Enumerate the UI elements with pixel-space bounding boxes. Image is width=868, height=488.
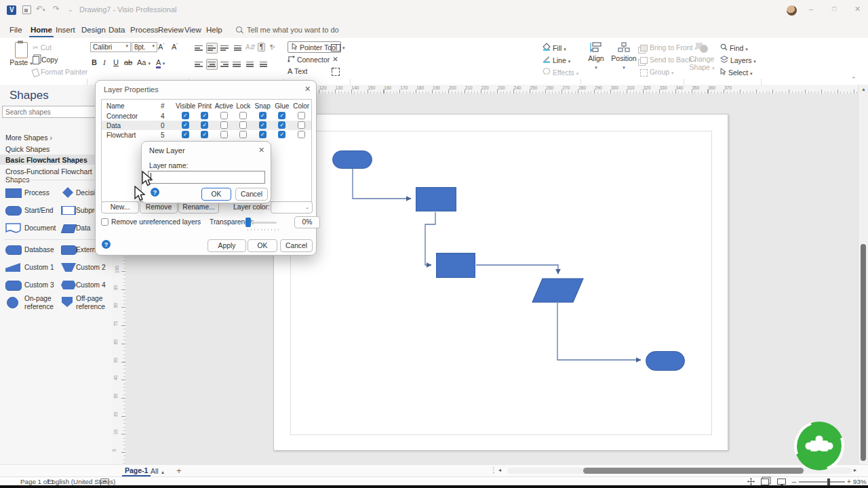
scroll-up-icon[interactable]: ▲ <box>861 87 866 92</box>
presentation-mode-icon[interactable] <box>777 479 786 485</box>
maximize-button[interactable]: □ <box>832 5 836 12</box>
checkbox-color[interactable] <box>298 131 305 138</box>
help-icon[interactable]: ? <box>102 240 111 249</box>
grow-font-button[interactable]: Aˆ <box>158 43 164 51</box>
align-center-icon[interactable] <box>206 59 218 70</box>
align-top-icon[interactable] <box>194 43 204 53</box>
avatar[interactable] <box>787 5 797 16</box>
stencil-shape-onpage[interactable] <box>7 297 18 308</box>
redo-icon[interactable]: ↷ <box>53 4 60 14</box>
zoom-out-button[interactable]: – <box>792 477 796 485</box>
bullets-icon[interactable] <box>233 43 243 53</box>
copy-button[interactable]: Copy <box>33 56 58 64</box>
tab-process[interactable]: Process <box>129 24 160 36</box>
apply-button[interactable]: Apply <box>208 239 246 252</box>
layers-button[interactable]: Layers ▾ <box>720 56 756 64</box>
all-pages-dropdown[interactable]: All ▲ <box>151 467 165 475</box>
checkbox-print[interactable] <box>201 112 208 119</box>
new-layer-cancel-button[interactable]: Cancel <box>235 188 268 201</box>
minimize-button[interactable]: – <box>809 5 813 13</box>
tell-me-search[interactable]: Tell me what you want to do <box>247 26 339 34</box>
text-block-icon[interactable]: ↱ <box>332 67 340 76</box>
stencil-label[interactable]: Database <box>24 246 54 254</box>
change-case-button[interactable]: Aa ▾ <box>137 58 151 66</box>
flowchart-process-shape-2[interactable] <box>436 253 475 278</box>
stencil-label[interactable]: Data <box>76 224 91 232</box>
more-shapes-link[interactable]: More Shapes › <box>5 134 52 142</box>
scroll-left-icon[interactable]: ◂ <box>498 467 501 473</box>
new-page-button[interactable]: + <box>176 466 182 476</box>
zoom-slider-thumb[interactable] <box>827 479 830 485</box>
checkbox-print[interactable] <box>201 131 208 138</box>
stencil-shape-custom2[interactable] <box>61 263 76 272</box>
decrease-indent-icon[interactable] <box>245 60 256 69</box>
collapse-ribbon-icon[interactable]: ⌃ <box>851 76 856 83</box>
connector-tool-button[interactable]: Connector <box>288 55 330 64</box>
checkbox-snap[interactable] <box>259 112 267 119</box>
new-layer-ok-button[interactable]: OK <box>201 188 231 201</box>
stencil-label[interactable]: Document <box>24 224 56 232</box>
vertical-scroll-thumb[interactable] <box>861 244 866 461</box>
find-button[interactable]: Find ▾ <box>720 43 748 52</box>
layer-color-select[interactable]: ⌄ <box>271 201 313 214</box>
layer-row-flowchart[interactable]: Flowchart5 <box>102 130 311 140</box>
tab-home[interactable]: Home <box>29 24 54 37</box>
checkbox-lock[interactable] <box>239 121 247 129</box>
tab-data[interactable]: Data <box>107 24 126 36</box>
ok-button[interactable]: OK <box>248 239 277 252</box>
stencil-shape-startend[interactable] <box>5 206 22 216</box>
shrink-font-button[interactable]: Aˇ <box>172 43 178 51</box>
stencil-shape-decision[interactable] <box>62 187 73 198</box>
group-button[interactable]: Group ▾ <box>640 68 674 77</box>
new-layer-close-icon[interactable]: ✕ <box>258 146 264 155</box>
cancel-button[interactable]: Cancel <box>280 239 313 252</box>
position-button[interactable]: Position▾ <box>610 42 637 70</box>
save-icon[interactable] <box>22 5 31 14</box>
align-bottom-icon[interactable] <box>220 43 230 53</box>
paragraph-mark-icon[interactable]: ¶ <box>258 43 265 52</box>
checkbox-active[interactable] <box>220 131 228 138</box>
cut-button[interactable]: ✂ Cut <box>33 43 52 52</box>
fit-page-icon[interactable] <box>761 479 769 485</box>
select-button[interactable]: Select ▾ <box>720 68 753 77</box>
tab-insert[interactable]: Insert <box>54 24 77 36</box>
tab-design[interactable]: Design <box>80 24 107 36</box>
underline-button[interactable]: U <box>113 58 119 66</box>
stencil-shape-external-data[interactable] <box>61 245 77 255</box>
checkbox-print[interactable] <box>201 121 208 129</box>
checkbox-color[interactable] <box>298 112 305 119</box>
rectangle-tool-button[interactable]: ▾ <box>331 43 344 52</box>
effects-button[interactable]: Effects ▾ <box>542 67 578 77</box>
layer-row-connector[interactable]: Connector4 <box>102 111 311 121</box>
stencil-shape-custom1[interactable] <box>5 263 20 272</box>
remove-unreferenced-checkbox[interactable] <box>101 218 108 226</box>
change-shape-button[interactable]: ChangeShape ▾ <box>688 42 716 71</box>
tab-view[interactable]: View <box>183 24 203 36</box>
font-size-select[interactable]: 8pt. ▾ <box>132 42 157 52</box>
checkbox-glue[interactable] <box>278 131 285 138</box>
font-color-button[interactable]: A ▾ <box>156 58 165 66</box>
stencil-shape-custom4[interactable] <box>61 281 76 289</box>
layer-row-data[interactable]: Data0 <box>102 121 311 130</box>
line-button[interactable]: Line ▾ <box>542 55 570 64</box>
stencil-label[interactable]: Process <box>24 189 50 197</box>
stencil-label[interactable]: Custom 4 <box>76 281 106 289</box>
stencil-label[interactable]: On-page reference <box>24 295 54 310</box>
stencil-label[interactable]: Custom 1 <box>24 264 54 272</box>
quick-access-customize-icon[interactable]: ⌄ <box>68 6 73 13</box>
flowchart-end-shape[interactable] <box>646 351 685 371</box>
justify-icon[interactable] <box>232 60 242 69</box>
close-button[interactable]: ✕ <box>854 5 861 14</box>
checkbox-visible[interactable] <box>182 121 189 129</box>
text-tool-button[interactable]: A Text <box>288 67 307 75</box>
undo-icon[interactable]: ↶▾ <box>36 4 45 14</box>
align-middle-icon[interactable] <box>206 43 218 54</box>
align-right-icon[interactable] <box>220 60 230 69</box>
paragraph-small-icon[interactable]: ¶‹ <box>270 43 275 50</box>
pan-zoom-icon[interactable] <box>747 478 755 485</box>
stencil-label[interactable]: Custom 3 <box>24 281 54 289</box>
stencil-label[interactable]: Off-page reference <box>76 295 106 310</box>
horizontal-scroll-thumb[interactable] <box>583 468 804 474</box>
tab-help[interactable]: Help <box>205 24 224 36</box>
checkbox-lock[interactable] <box>239 131 247 138</box>
